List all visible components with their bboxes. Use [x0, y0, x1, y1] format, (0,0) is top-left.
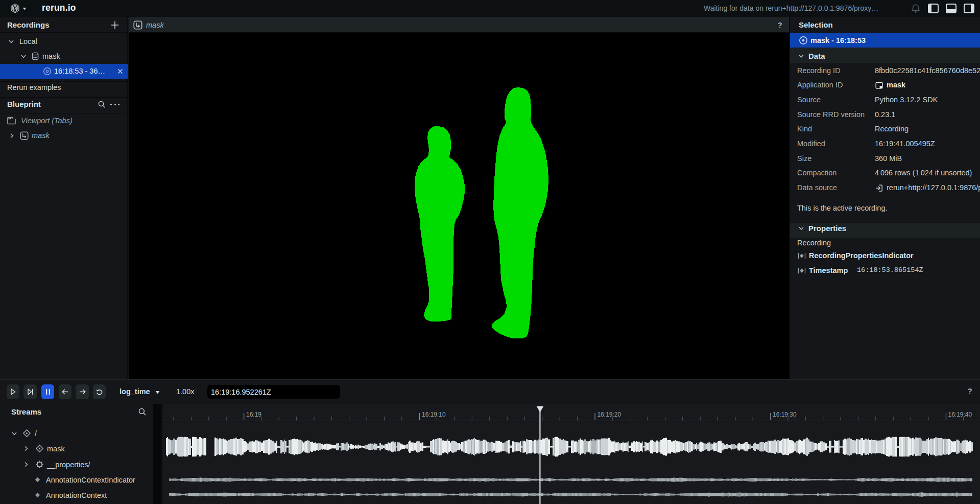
- svg-text:16:19:30: 16:19:30: [773, 411, 797, 418]
- svg-text:16:19: 16:19: [246, 411, 261, 418]
- svg-text:16:19:20: 16:19:20: [597, 411, 622, 418]
- svg-text:16:19:10: 16:19:10: [422, 411, 446, 418]
- svg-text:16:19:40: 16:19:40: [948, 411, 972, 418]
